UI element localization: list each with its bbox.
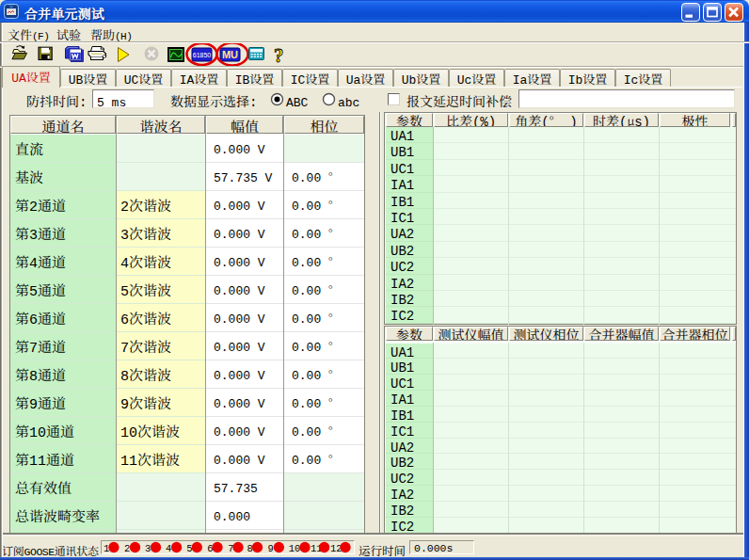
svg-text:4: 4 (166, 543, 171, 554)
svg-text:5: 5 (186, 543, 192, 554)
svg-text:10: 10 (289, 543, 301, 554)
svg-text:61850: 61850 (193, 52, 212, 58)
svg-text:9: 9 (268, 543, 274, 554)
svg-text:MU: MU (222, 49, 238, 60)
svg-text:?: ? (274, 44, 284, 66)
svg-text:2: 2 (124, 543, 130, 554)
svg-text:3: 3 (145, 543, 151, 554)
